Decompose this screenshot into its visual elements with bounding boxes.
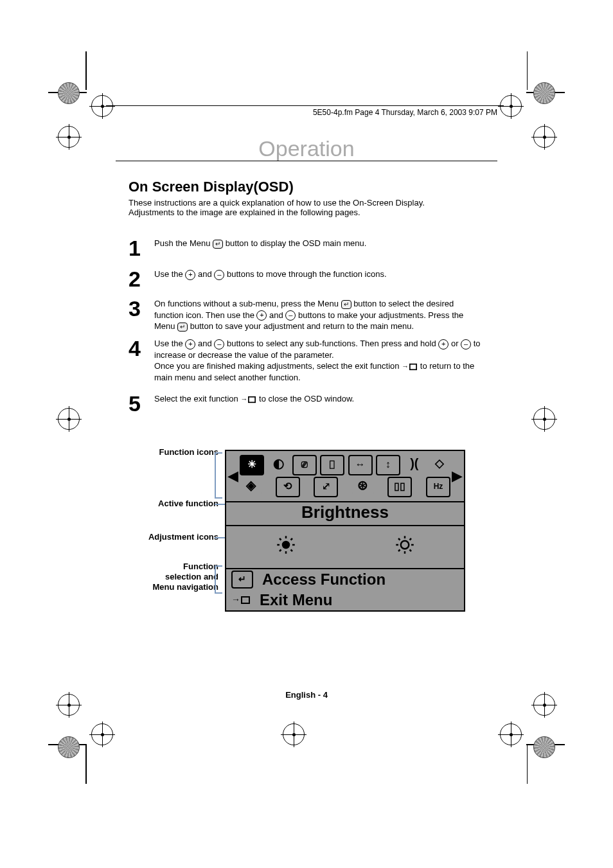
plus-button-icon: + (256, 310, 267, 321)
step-number: 2 (129, 265, 141, 294)
registration-mark-icon (58, 126, 80, 148)
osd-window: ◀ ☀ ◐ ⎚ ⌷ ↔ ↕ )( ◇ ◈ ⟲ ⤢ ⊛ ▯▯ Hz ▶ (225, 450, 465, 612)
step-text: Push the Menu (154, 238, 213, 248)
svg-line-11 (280, 550, 281, 552)
svg-line-9 (280, 538, 281, 540)
page-footer: English - 4 (0, 690, 613, 700)
step-text: Use the (154, 269, 185, 279)
frequency-icon: Hz (426, 477, 450, 497)
registration-mark-icon (500, 95, 522, 117)
brightness-low-icon (395, 535, 414, 559)
h-size-icon: ↔ (348, 455, 373, 475)
exit-osd-icon: → (231, 592, 251, 608)
callout-line (215, 504, 225, 505)
step-text: Once you are finished making adjustments… (154, 361, 402, 371)
brightness-high-icon (276, 535, 296, 559)
registration-mark-icon (91, 723, 113, 745)
title-rule (116, 161, 497, 161)
intro-text: These instructions are a quick explanati… (129, 198, 463, 217)
step-text: Select the exit function (154, 394, 240, 403)
exit-osd-icon: → (240, 394, 256, 404)
svg-line-20 (398, 550, 400, 552)
label-function-nav: Function (183, 562, 218, 571)
osd-nav-exit: → Exit Menu (226, 590, 464, 610)
osd-function-icons-row: ◀ ☀ ◐ ⎚ ⌷ ↔ ↕ )( ◇ ◈ ⟲ ⤢ ⊛ ▯▯ Hz ▶ (226, 451, 464, 502)
osd-active-function: Brightness (226, 502, 464, 526)
svg-line-12 (290, 538, 292, 540)
enter-key-icon: ↵ (177, 323, 188, 332)
registration-mark-icon (533, 126, 555, 148)
crop-mark (527, 51, 528, 90)
step-2: 2 Use the + and – buttons to move throug… (129, 269, 484, 280)
svg-line-19 (409, 550, 411, 552)
brightness-icon: ☀ (240, 455, 264, 475)
minus-button-icon: – (461, 339, 471, 350)
header-rule (106, 105, 504, 106)
step-number: 1 (129, 234, 141, 263)
svg-line-21 (409, 538, 411, 540)
step-text: buttons to select any sub-functions. The… (227, 339, 438, 348)
print-circle-icon (58, 736, 80, 758)
step-text: to close the OSD window. (259, 394, 354, 403)
step-1: 1 Push the Menu ↵ button to display the … (129, 238, 484, 249)
moire-icon: ▯▯ (387, 477, 412, 497)
step-4: 4 Use the + and – buttons to select any … (129, 338, 484, 383)
callout-bracket (215, 452, 222, 499)
step-number: 5 (129, 389, 141, 419)
callout-line (215, 537, 225, 538)
step-text: button to display the OSD main menu. (226, 238, 367, 248)
svg-rect-3 (249, 398, 255, 402)
svg-line-10 (290, 550, 292, 552)
step-text: buttons to move through the function ico… (227, 269, 387, 279)
print-circle-icon (533, 736, 555, 758)
svg-rect-23 (242, 598, 249, 603)
print-circle-icon (58, 82, 80, 104)
section-title: Operation (116, 136, 497, 161)
plus-button-icon: + (185, 270, 195, 280)
h-position-icon: ⎚ (292, 455, 317, 475)
label-function-nav: Menu navigation (152, 582, 218, 592)
crop-mark (85, 745, 87, 784)
label-function-icons: Function icons (159, 447, 218, 457)
step-number: 3 (129, 294, 141, 324)
registration-mark-icon (500, 723, 522, 745)
doc-header-line: 5E50-4p.fm Page 4 Thursday, March 6, 200… (313, 108, 497, 117)
print-circle-icon (533, 82, 555, 104)
step-text: and (198, 339, 214, 348)
label-adjustment-icons: Adjustment icons (148, 532, 218, 542)
osd-adjustment-row (226, 526, 464, 569)
registration-mark-icon (91, 95, 113, 117)
right-arrow-icon: ▶ (452, 468, 463, 484)
registration-mark-icon (533, 408, 555, 430)
step-text: or (451, 339, 461, 348)
page-title: On Screen Display(OSD) (129, 179, 294, 195)
registration-mark-icon (58, 408, 80, 430)
enter-key-icon: ↵ (213, 240, 223, 249)
plus-button-icon: + (185, 339, 195, 350)
minus-button-icon: – (285, 310, 296, 321)
contrast-icon: ◐ (267, 455, 289, 473)
step-text: button to save your adjustment and retur… (190, 321, 414, 331)
exit-osd-icon: → (402, 362, 418, 371)
svg-rect-1 (411, 365, 416, 369)
callout-bracket (215, 565, 222, 594)
label-function-nav: selection and (165, 572, 218, 581)
registration-mark-icon (283, 723, 305, 745)
step-text: On functions without a sub-menu, press t… (154, 299, 341, 308)
crop-mark (85, 51, 87, 90)
step-text: and (198, 269, 214, 279)
svg-point-13 (400, 541, 409, 549)
osd-exit-label: Exit Menu (260, 591, 332, 609)
minus-button-icon: – (214, 339, 224, 350)
pincushion-icon: )( (404, 455, 425, 473)
svg-line-18 (398, 538, 400, 540)
recall-icon: ⊛ (352, 477, 374, 495)
step-number: 4 (129, 334, 141, 364)
osd-nav-access: ↵ Access Function (226, 569, 464, 590)
step-text: Use the (154, 339, 185, 348)
plus-button-icon: + (438, 339, 449, 350)
step-5: 5 Select the exit function → to close th… (129, 393, 484, 405)
zoom-icon: ⤢ (314, 477, 338, 497)
label-active-function: Active function (158, 499, 218, 508)
enter-key-icon: ↵ (341, 300, 351, 309)
